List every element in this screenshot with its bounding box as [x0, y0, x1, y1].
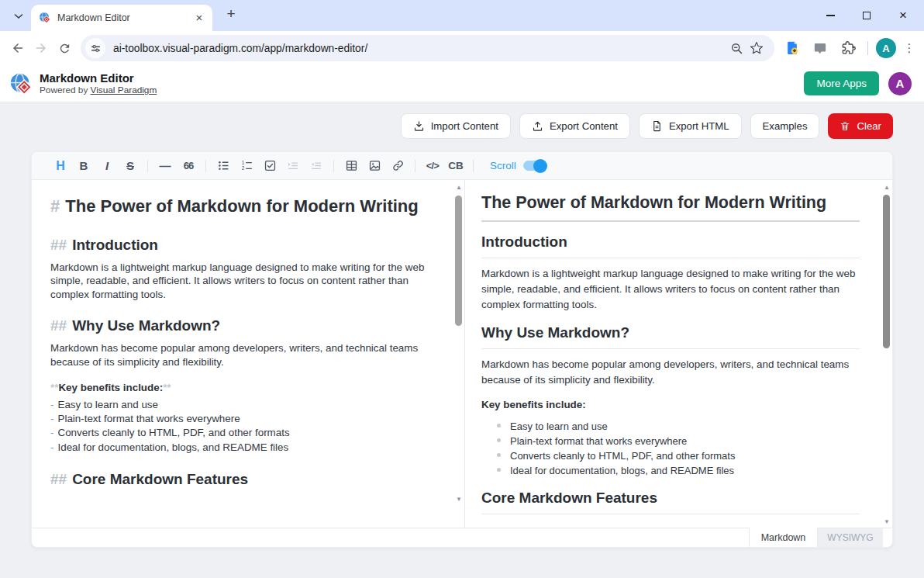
md-list-item[interactable]: -Plain-text format that works everywhere [50, 412, 435, 426]
comment-extension-button[interactable] [808, 36, 832, 60]
tab-markdown[interactable]: Markdown [749, 528, 818, 547]
md-bold-line[interactable]: **Key benefits include:** [50, 381, 435, 394]
more-apps-button[interactable]: More Apps [804, 71, 879, 95]
outdent-button[interactable] [305, 156, 328, 176]
md-h1-line[interactable]: #The Power of Markdown for Modern Writin… [50, 192, 435, 220]
scroll-sync-label: Scroll [490, 160, 516, 171]
list-item-text: Easy to learn and use [510, 419, 608, 434]
horizontal-rule-button[interactable]: — [153, 156, 177, 176]
bullet-icon [497, 438, 501, 442]
browser-titlebar: Markdown Editor × + × [0, 0, 924, 31]
editor-card: H B I S — 66 12 </> [31, 151, 893, 548]
back-button[interactable] [6, 36, 29, 60]
tab-close-icon[interactable]: × [192, 11, 206, 25]
task-list-button[interactable] [258, 156, 281, 176]
markdown-source-pane[interactable]: #The Power of Markdown for Modern Writin… [32, 180, 464, 528]
dash-marker: - [50, 441, 53, 453]
md-h2-line[interactable]: ##Introduction [50, 235, 435, 255]
tab-title: Markdown Editor [57, 12, 186, 23]
address-bar[interactable]: ai-toolbox.visual-paradigm.com/app/markd… [81, 35, 774, 61]
image-button[interactable] [363, 156, 386, 176]
italic-button[interactable]: I [95, 156, 119, 176]
browser-profile-avatar[interactable]: A [876, 38, 896, 58]
table-icon [345, 159, 358, 172]
link-icon [391, 159, 405, 172]
new-tab-button[interactable]: + [222, 5, 240, 22]
bold-button[interactable]: B [72, 156, 95, 176]
export-html-button[interactable]: Export HTML [639, 113, 742, 139]
extensions-button[interactable] [836, 36, 860, 60]
powered-by: Powered by Visual Paradigm [40, 85, 157, 95]
forward-button[interactable] [29, 36, 53, 60]
tab-wysiwyg[interactable]: WYSIWYG [818, 528, 883, 547]
preview-paragraph: Markdown is a lightweight markup languag… [481, 266, 860, 313]
reload-button[interactable] [53, 36, 76, 60]
site-settings-button[interactable] [85, 38, 105, 58]
table-button[interactable] [340, 156, 363, 176]
checkbox-icon [264, 159, 277, 172]
divider [205, 160, 206, 172]
tab-search-button[interactable] [8, 5, 29, 27]
left-scrollbar-thumb[interactable] [455, 196, 462, 326]
download-icon [413, 120, 425, 132]
scroll-up-icon[interactable]: ▲ [882, 184, 891, 191]
import-content-button[interactable]: Import Content [401, 113, 511, 139]
md-list-item[interactable]: -Easy to learn and use [50, 398, 435, 412]
link-button[interactable] [386, 156, 409, 176]
right-scrollbar-thumb[interactable] [883, 195, 890, 348]
divider [473, 160, 474, 172]
bullet-list-button[interactable] [212, 156, 235, 176]
browser-tab[interactable]: Markdown Editor × [31, 5, 212, 31]
export-content-button[interactable]: Export Content [519, 113, 630, 139]
window-close-button[interactable]: × [898, 10, 908, 21]
md-h2-line[interactable]: ##Why Use Markdown? [50, 316, 435, 336]
md-list-text: Ideal for documentation, blogs, and READ… [57, 441, 288, 453]
scroll-up-icon[interactable]: ▲ [454, 184, 464, 191]
scroll-down-icon[interactable]: ▼ [454, 496, 464, 503]
examples-button[interactable]: Examples [750, 113, 820, 139]
dash-marker: - [50, 413, 53, 424]
indent-button[interactable] [281, 156, 305, 176]
md-paragraph[interactable]: Markdown is a lightweight markup languag… [50, 261, 435, 301]
browser-menu-button[interactable]: ⋮ [901, 41, 918, 55]
window-maximize-button[interactable] [861, 10, 872, 21]
visual-paradigm-link[interactable]: Visual Paradigm [91, 85, 157, 95]
code-block-button[interactable]: CB [444, 156, 467, 176]
md-list-item[interactable]: -Ideal for documentation, blogs, and REA… [50, 441, 435, 455]
md-h2-text: Why Use Markdown? [72, 317, 220, 334]
bookmark-button[interactable] [746, 38, 767, 58]
window-minimize-button[interactable] [825, 10, 836, 21]
image-icon [368, 159, 381, 172]
document-download-icon [784, 40, 800, 56]
scroll-sync-toggle[interactable] [523, 161, 546, 171]
actions-row: Import Content Export Content Export HTM… [0, 102, 924, 139]
bullet-list-icon [217, 159, 230, 172]
divider [333, 160, 334, 172]
md-h2-line[interactable]: ##Core Markdown Features [50, 469, 435, 490]
scroll-down-icon[interactable]: ▼ [882, 518, 891, 525]
bold-marker: ** [163, 382, 171, 393]
bullet-icon [497, 424, 501, 427]
strikethrough-button[interactable]: S [119, 156, 142, 176]
zoom-button[interactable] [726, 38, 746, 58]
favicon-visual-paradigm-icon [39, 12, 51, 24]
md-paragraph[interactable]: Markdown has become popular among develo… [50, 341, 435, 369]
clear-button[interactable]: Clear [828, 113, 893, 139]
export-html-label: Export HTML [669, 120, 729, 132]
ordered-list-icon: 12 [240, 159, 253, 172]
h2-marker: ## [50, 317, 67, 334]
examples-label: Examples [763, 120, 808, 132]
bullet-icon [497, 453, 501, 457]
docs-offline-extension-button[interactable] [781, 36, 804, 60]
list-item-text: Plain-text format that works everywhere [510, 434, 687, 448]
app-header: Markdown Editor Powered by Visual Paradi… [0, 65, 924, 102]
heading-button[interactable]: H [49, 156, 72, 176]
blockquote-button[interactable]: 66 [177, 156, 200, 176]
ordered-list-button[interactable]: 12 [235, 156, 258, 176]
md-list-item[interactable]: -Converts cleanly to HTML, PDF, and othe… [50, 426, 435, 440]
md-list-text: Converts cleanly to HTML, PDF, and other… [57, 427, 289, 438]
app-user-avatar[interactable]: A [888, 72, 912, 95]
dash-marker: - [50, 399, 53, 410]
inline-code-button[interactable]: </> [421, 156, 444, 176]
url-text[interactable]: ai-toolbox.visual-paradigm.com/app/markd… [113, 43, 726, 54]
